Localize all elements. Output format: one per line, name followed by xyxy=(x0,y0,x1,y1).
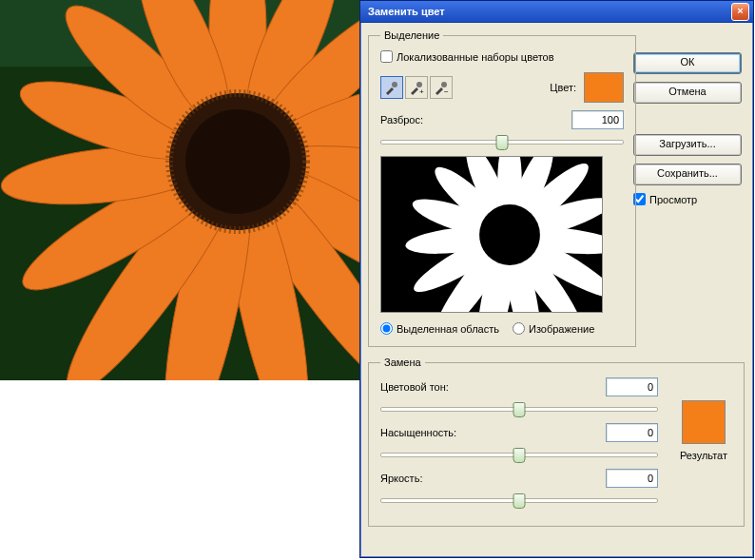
color-label: Цвет: xyxy=(550,82,576,93)
eyedropper-tool[interactable] xyxy=(380,76,403,99)
radio-selection-input[interactable] xyxy=(380,322,393,335)
saturation-thumb[interactable] xyxy=(513,448,526,463)
saturation-slider[interactable] xyxy=(380,446,658,463)
dialog-title: Заменить цвет xyxy=(368,6,445,17)
result-color-swatch[interactable] xyxy=(682,400,726,444)
load-button[interactable]: Загрузить... xyxy=(633,134,742,156)
save-button[interactable]: Сохранить... xyxy=(633,164,742,185)
lightness-label: Яркость: xyxy=(380,473,422,484)
localized-colors-label[interactable]: Локализованные наборы цветов xyxy=(397,51,554,63)
lightness-slider[interactable] xyxy=(380,492,658,509)
selection-legend: Выделение xyxy=(380,29,443,41)
preview-checkbox-row[interactable]: Просмотр xyxy=(633,193,740,205)
hue-thumb[interactable] xyxy=(513,402,526,417)
fuzziness-slider[interactable] xyxy=(380,133,624,150)
replace-color-dialog: Заменить цвет × ОК Отмена Загрузить... С… xyxy=(359,0,754,558)
replace-legend: Замена xyxy=(380,357,425,368)
svg-point-19 xyxy=(185,109,290,214)
button-column: ОК Отмена Загрузить... Сохранить... Прос… xyxy=(633,52,740,205)
ok-button[interactable]: ОК xyxy=(633,52,742,74)
radio-selection[interactable]: Выделенная область xyxy=(380,322,499,335)
flower-image xyxy=(0,0,359,380)
hue-input[interactable] xyxy=(606,377,658,396)
localized-colors-checkbox[interactable] xyxy=(380,50,393,63)
svg-text:−: − xyxy=(444,87,449,95)
selection-color-swatch[interactable] xyxy=(584,72,624,103)
cancel-button[interactable]: Отмена xyxy=(633,82,742,104)
svg-text:+: + xyxy=(419,87,424,95)
preview-label[interactable]: Просмотр xyxy=(649,194,697,205)
radio-image[interactable]: Изображение xyxy=(513,322,594,335)
lightness-thumb[interactable] xyxy=(513,493,526,509)
radio-image-input[interactable] xyxy=(513,322,525,335)
selection-fieldset: Выделение Локализованные наборы цветов +… xyxy=(368,29,636,347)
titlebar[interactable]: Заменить цвет × xyxy=(360,1,753,23)
hue-label: Цветовой тон: xyxy=(380,381,449,393)
replace-fieldset: Замена Цветовой тон: Насыщенность: xyxy=(368,357,745,527)
lightness-input[interactable] xyxy=(606,469,658,488)
localized-colors-row[interactable]: Локализованные наборы цветов xyxy=(380,50,624,63)
saturation-label: Насыщенность: xyxy=(380,427,456,438)
selection-preview xyxy=(380,156,603,313)
fuzziness-input[interactable] xyxy=(571,110,624,129)
svg-point-20 xyxy=(392,82,397,87)
eyedropper-plus-tool[interactable]: + xyxy=(405,76,428,99)
fuzziness-thumb[interactable] xyxy=(496,135,509,150)
svg-point-41 xyxy=(479,204,540,265)
hue-slider[interactable] xyxy=(380,400,658,417)
fuzziness-label: Разброс: xyxy=(380,114,423,126)
eyedropper-minus-tool[interactable]: − xyxy=(430,76,453,99)
saturation-input[interactable] xyxy=(606,423,658,442)
close-button[interactable]: × xyxy=(731,3,749,21)
result-label: Результат xyxy=(680,450,727,461)
